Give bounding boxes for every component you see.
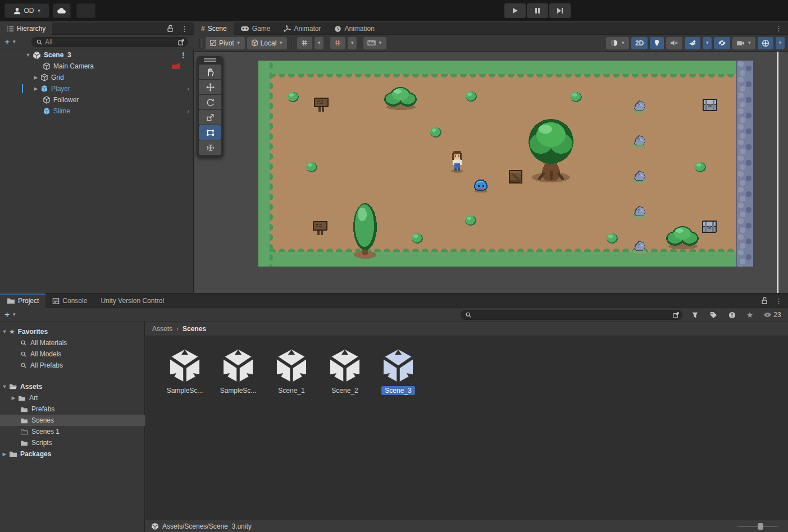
snap-increment-button[interactable]: ▼ bbox=[363, 37, 386, 49]
2d-mode-button[interactable]: 2D bbox=[631, 37, 648, 49]
create-asset-dropdown-icon[interactable]: ▼ bbox=[12, 312, 16, 317]
account-button[interactable]: OD ▼ bbox=[4, 3, 49, 18]
local-space-button[interactable]: Local ▼ bbox=[247, 37, 288, 49]
rotate-tool-button[interactable] bbox=[199, 95, 221, 109]
tab-animator[interactable]: Animator bbox=[277, 22, 327, 35]
breadcrumb-root[interactable]: Assets bbox=[152, 325, 172, 333]
effects-dropdown-button[interactable]: ▼ bbox=[703, 37, 712, 49]
tab-game[interactable]: Game bbox=[234, 22, 277, 35]
packages-root[interactable]: ▶ Packages bbox=[0, 448, 145, 460]
hierarchy-item-main-camera[interactable]: Main Camera bbox=[0, 61, 194, 72]
hierarchy-item-grid[interactable]: ▶ Grid bbox=[0, 72, 194, 83]
save-search-button[interactable]: ★ bbox=[741, 309, 758, 320]
create-button[interactable]: + bbox=[4, 37, 10, 47]
favorites-root[interactable]: ▼ ★ Favorites bbox=[0, 326, 145, 337]
gizmos-button[interactable] bbox=[758, 37, 773, 49]
asset-item-scene-2[interactable]: Scene_2 bbox=[319, 348, 371, 395]
tab-animation[interactable]: Animation bbox=[327, 22, 381, 35]
asset-item-samplesc-[interactable]: SampleSc... bbox=[212, 348, 264, 395]
search-importance-button[interactable] bbox=[723, 309, 740, 320]
scale-tool-button[interactable] bbox=[199, 110, 221, 125]
star-icon: ★ bbox=[9, 328, 15, 336]
hand-tool-button[interactable] bbox=[199, 65, 221, 79]
favorites-all-models[interactable]: All Models bbox=[0, 348, 145, 360]
create-asset-button[interactable]: + bbox=[4, 310, 10, 320]
hierarchy-item-slime[interactable]: Slime › bbox=[0, 106, 194, 117]
open-prefab-icon[interactable]: › bbox=[187, 85, 189, 92]
visibility-count[interactable]: 23 bbox=[759, 309, 785, 320]
folder-scripts[interactable]: Scripts bbox=[0, 437, 145, 448]
hierarchy-item-follower[interactable]: Follower bbox=[0, 94, 194, 106]
camera-settings-button[interactable]: ▼ bbox=[732, 37, 755, 49]
lock-icon[interactable] bbox=[166, 25, 174, 33]
folder-scenes-1[interactable]: Scenes 1 bbox=[0, 426, 145, 437]
open-prefab-icon[interactable]: › bbox=[187, 108, 189, 114]
hierarchy-item-player[interactable]: ▶ Player › bbox=[0, 83, 194, 94]
ruler-icon bbox=[367, 40, 376, 46]
project-search-input[interactable] bbox=[461, 310, 682, 320]
search-by-label-button[interactable] bbox=[705, 309, 722, 320]
asset-item-scene-3[interactable]: Scene_3 bbox=[372, 348, 424, 395]
scene-menu-icon[interactable]: ⋮ bbox=[180, 52, 187, 59]
grid-visibility-button[interactable] bbox=[297, 37, 312, 49]
shading-mode-button[interactable]: ▼ bbox=[606, 37, 629, 49]
favorites-all-prefabs[interactable]: All Prefabs bbox=[0, 360, 145, 371]
scene-viewport[interactable] bbox=[194, 52, 788, 293]
tilemap-objects bbox=[258, 61, 753, 267]
foldout-icon[interactable]: ▼ bbox=[25, 52, 31, 58]
breadcrumb-current[interactable]: Scenes bbox=[183, 325, 206, 333]
slider-thumb[interactable] bbox=[758, 523, 763, 530]
tab-project[interactable]: Project bbox=[0, 293, 45, 308]
move-tool-button[interactable] bbox=[199, 80, 221, 94]
folder-art[interactable]: ▶ Art bbox=[0, 392, 145, 403]
pause-button[interactable] bbox=[527, 3, 548, 18]
tab-scene[interactable]: # Scene bbox=[194, 22, 234, 35]
foldout-icon[interactable]: ▶ bbox=[33, 75, 39, 80]
chevron-down-icon: ▼ bbox=[236, 40, 241, 45]
transform-tool-button[interactable] bbox=[199, 140, 221, 155]
audio-mute-button[interactable] bbox=[666, 37, 682, 49]
asset-item-scene-1[interactable]: Scene_1 bbox=[266, 348, 317, 395]
assets-root[interactable]: ▼ Assets bbox=[0, 381, 145, 392]
panel-menu-icon[interactable]: ⋮ bbox=[775, 297, 782, 305]
rock-sprite bbox=[631, 238, 648, 254]
folder-scenes[interactable]: Scenes bbox=[0, 415, 145, 426]
item-label: Slime bbox=[53, 107, 70, 115]
lighting-toggle-button[interactable] bbox=[650, 37, 664, 49]
hierarchy-search-input[interactable]: All bbox=[31, 37, 188, 47]
search-by-type-button[interactable] bbox=[686, 309, 703, 320]
pick-object-icon[interactable] bbox=[177, 39, 185, 46]
palette-drag-handle[interactable] bbox=[197, 56, 224, 64]
pick-object-icon[interactable] bbox=[672, 311, 680, 319]
hierarchy-scene-root[interactable]: ▼ Scene_3 ⋮ bbox=[0, 49, 194, 61]
panel-menu-icon[interactable]: ⋮ bbox=[775, 25, 782, 32]
play-icon bbox=[512, 7, 518, 14]
pivot-mode-button[interactable]: Pivot ▼ bbox=[206, 37, 245, 49]
asset-grid[interactable]: SampleSc...SampleSc...Scene_1Scene_2Scen… bbox=[145, 336, 788, 519]
rect-tool-button[interactable] bbox=[199, 125, 221, 140]
gizmos-dropdown-button[interactable]: ▼ bbox=[776, 37, 785, 49]
create-dropdown-icon[interactable]: ▼ bbox=[12, 39, 16, 44]
lock-icon[interactable] bbox=[760, 297, 768, 305]
visible-count-label: 23 bbox=[773, 311, 781, 319]
tab-hierarchy[interactable]: Hierarchy bbox=[0, 22, 52, 35]
tab-version-control[interactable]: Unity Version Control bbox=[94, 293, 171, 308]
grid-dropdown-button[interactable]: ▼ bbox=[315, 37, 324, 49]
empty-toolbar-button[interactable] bbox=[76, 3, 95, 18]
snap-dropdown-button[interactable]: ▼ bbox=[348, 37, 357, 49]
grid-snap-button[interactable] bbox=[330, 37, 345, 49]
step-button[interactable] bbox=[549, 3, 571, 18]
tree-label: Prefabs bbox=[31, 405, 54, 413]
folder-icon bbox=[9, 451, 17, 457]
asset-item-samplesc-[interactable]: SampleSc... bbox=[159, 348, 211, 395]
foldout-icon[interactable]: ▶ bbox=[33, 86, 39, 91]
tab-console[interactable]: Console bbox=[45, 293, 94, 308]
favorites-all-materials[interactable]: All Materials bbox=[0, 337, 145, 348]
panel-menu-icon[interactable]: ⋮ bbox=[181, 25, 188, 33]
effects-toggle-button[interactable] bbox=[685, 37, 700, 49]
folder-prefabs[interactable]: Prefabs bbox=[0, 403, 145, 415]
play-button[interactable] bbox=[504, 3, 526, 18]
thumbnail-size-slider[interactable] bbox=[737, 526, 778, 527]
hidden-objects-button[interactable] bbox=[714, 37, 730, 49]
cloud-services-button[interactable] bbox=[53, 3, 71, 18]
